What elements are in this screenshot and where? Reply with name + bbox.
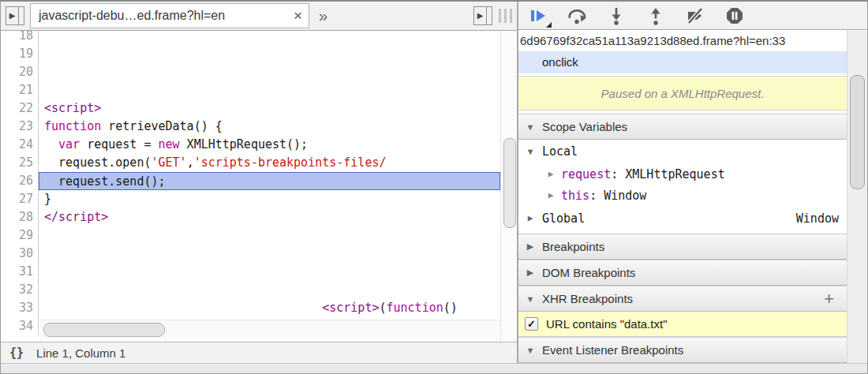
step-out-button[interactable] — [643, 5, 668, 27]
line-number-gutter[interactable]: 18 — [1, 31, 39, 45]
line-number-gutter[interactable]: 30 — [1, 245, 39, 263]
chevron-down-icon: ▼ — [525, 346, 536, 355]
deactivate-breakpoints-button[interactable] — [683, 5, 708, 27]
code-text[interactable] — [39, 281, 500, 299]
code-editor[interactable]: 1819202122<script>23function retrieveDat… — [1, 31, 517, 342]
line-number-gutter[interactable]: 25 — [1, 154, 39, 172]
sidebar-vertical-scrollbar[interactable] — [847, 31, 867, 363]
line-number-gutter[interactable]: 22 — [1, 99, 39, 118]
step-into-button[interactable] — [604, 5, 629, 27]
code-text[interactable]: request.open('GET','scripts-breakpoints-… — [39, 154, 500, 172]
line-number-gutter[interactable]: 32 — [1, 281, 39, 299]
code-text[interactable] — [39, 263, 500, 281]
editor-tab-bar: ▶ javascript-debu…ed.frame?hl=en × » ▶ — [1, 2, 517, 31]
code-text[interactable]: var request = new XMLHttpRequest(); — [39, 136, 500, 154]
chevron-right-icon: ▶ — [525, 267, 536, 278]
section-label: XHR Breakpoints — [542, 292, 633, 305]
code-text[interactable] — [39, 63, 500, 81]
chevron-right-icon: ▶ — [545, 190, 556, 200]
section-header-scope-variables[interactable]: ▼ Scope Variables — [518, 114, 847, 140]
property-separator: : — [611, 167, 625, 181]
navigator-icon-cell — [19, 7, 24, 24]
code-line-20: 20 — [1, 63, 517, 81]
step-over-button[interactable] — [564, 5, 589, 27]
property-separator: : — [589, 189, 604, 203]
show-navigator-icon[interactable]: ▶ — [6, 6, 24, 25]
debugger-sidebar: 6d96769f32ca51a113a9213d88ed.frame?hl=en… — [518, 31, 847, 363]
code-text[interactable] — [39, 226, 500, 245]
code-text[interactable] — [39, 45, 500, 63]
code-text[interactable]: } — [39, 190, 500, 208]
line-number-gutter[interactable]: 24 — [1, 136, 39, 154]
section-header-xhr-breakpoints[interactable]: ▼ XHR Breakpoints + — [518, 286, 847, 312]
drag-grip-icon[interactable] — [499, 9, 512, 23]
tab-bar-right-controls: ▶ — [469, 2, 512, 30]
section-header-dom-breakpoints[interactable]: ▶ DOM Breakpoints — [518, 260, 847, 286]
line-number-gutter[interactable]: 20 — [1, 63, 39, 81]
line-number-gutter[interactable]: 23 — [1, 118, 39, 136]
execution-line[interactable]: request.send(); — [39, 172, 500, 190]
line-number-gutter[interactable]: 26 — [1, 172, 39, 190]
line-number-gutter[interactable]: 27 — [1, 190, 39, 208]
line-number-gutter[interactable]: 21 — [1, 81, 39, 99]
code-line-25: 25 request.open('GET','scripts-breakpoin… — [1, 154, 517, 172]
line-number-gutter[interactable]: 28 — [1, 208, 39, 226]
pretty-print-icon[interactable]: {} — [9, 346, 24, 360]
code-lines: 1819202122<script>23function retrieveDat… — [1, 31, 517, 335]
section-header-event-listener-breakpoints[interactable]: ▼ Event Listener Breakpoints — [518, 337, 847, 363]
editor-horizontal-scrollbar[interactable] — [39, 320, 500, 339]
debugger-toolbar — [518, 2, 868, 30]
editor-vertical-scrollbar-thumb[interactable] — [503, 138, 516, 228]
scope-global-label: Global — [542, 211, 585, 226]
editor-horizontal-scrollbar-thumb[interactable] — [43, 323, 165, 337]
resume-button[interactable] — [525, 5, 550, 27]
window-bottom-edge — [1, 363, 868, 374]
xhr-checkbox[interactable]: ✓ — [525, 317, 538, 331]
scope-property-row[interactable]: ▶ request: XMLHttpRequest — [518, 163, 847, 185]
code-text[interactable]: <script> — [39, 99, 500, 118]
section-label: Event Listener Breakpoints — [542, 343, 683, 357]
line-number-gutter[interactable]: 34 — [1, 317, 39, 335]
property-value: Window — [604, 189, 646, 203]
paused-message: Paused on a XMLHttpRequest. — [518, 76, 847, 110]
scope-property-row[interactable]: ▶ this: Window — [518, 185, 847, 206]
line-number-gutter[interactable]: 29 — [1, 226, 39, 245]
chevron-right-icon: ▶ — [525, 213, 536, 223]
xhr-breakpoint-label: URL contains "data.txt" — [546, 317, 668, 331]
add-xhr-breakpoint-button[interactable]: + — [824, 291, 840, 307]
pause-on-exceptions-button[interactable] — [722, 5, 747, 27]
step-over-icon — [567, 6, 587, 25]
code-text[interactable] — [39, 31, 500, 45]
more-tabs-chevron-icon[interactable]: » — [319, 7, 327, 25]
close-icon[interactable]: × — [294, 9, 302, 22]
line-number-gutter[interactable]: 31 — [1, 263, 39, 281]
code-text[interactable]: function retrieveData() { — [39, 118, 500, 136]
call-stack-frame-selected[interactable]: onclick — [518, 51, 847, 73]
property-name: this — [561, 189, 589, 203]
cursor-position-text: Line 1, Column 1 — [36, 346, 125, 360]
editor-vertical-scrollbar[interactable] — [500, 31, 517, 342]
code-text[interactable] — [39, 81, 500, 99]
navigator-play-glyph: ▶ — [6, 7, 18, 24]
property-name: request — [561, 167, 611, 181]
line-number-gutter[interactable]: 33 — [1, 299, 39, 317]
code-line-21: 21 — [1, 81, 517, 99]
line-number-gutter[interactable]: 19 — [1, 45, 39, 63]
code-text[interactable] — [39, 245, 500, 263]
section-header-breakpoints[interactable]: ▶ Breakpoints — [518, 234, 847, 260]
code-text[interactable]: <script>(function() — [39, 299, 500, 317]
section-label: Breakpoints — [542, 240, 604, 253]
code-text[interactable]: </script> — [39, 208, 500, 226]
tab-source-file[interactable]: javascript-debu…ed.frame?hl=en × — [30, 3, 309, 28]
code-line-27: 27} — [1, 190, 517, 208]
scope-global-row[interactable]: ▶ Global Window — [518, 206, 847, 230]
call-stack-location: 6d96769f32ca51a113a9213d88ed.frame?hl=en… — [518, 31, 847, 51]
sidebar-vertical-scrollbar-thumb[interactable] — [850, 75, 865, 189]
scope-local-row[interactable]: ▼ Local — [518, 140, 847, 163]
code-line-22: 22<script> — [1, 99, 517, 118]
tab-title: javascript-debu…ed.frame?hl=en — [39, 9, 289, 23]
code-line-23: 23function retrieveData() { — [1, 118, 517, 136]
show-debugger-panel-icon[interactable]: ▶ — [473, 6, 492, 25]
chevron-down-icon: ▼ — [525, 294, 536, 304]
editor-status-bar: {} Line 1, Column 1 — [1, 342, 517, 363]
